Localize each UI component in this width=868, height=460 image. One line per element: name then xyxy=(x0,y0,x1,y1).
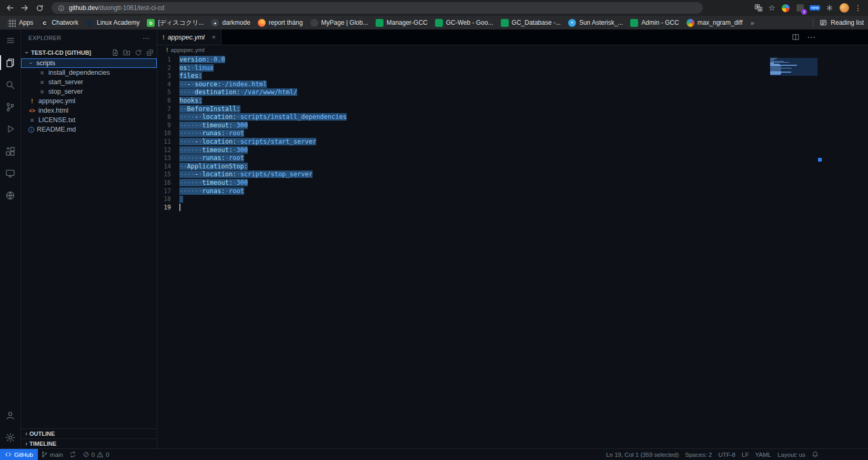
breadcrumb[interactable]: ! appspec.yml xyxy=(157,45,868,55)
remote-explorer-icon[interactable] xyxy=(0,162,21,184)
explorer-section-header[interactable]: › TEST-CI-CD [GITHUB] xyxy=(21,46,157,58)
account-icon[interactable] xyxy=(0,404,21,426)
line-number: 8 xyxy=(157,113,171,122)
search-icon[interactable] xyxy=(0,74,21,96)
bookmark-favicon xyxy=(435,19,443,27)
tree-item-README.md[interactable]: iREADME.md xyxy=(21,125,157,134)
code-line[interactable]: ··ApplicationStop: xyxy=(179,163,347,171)
bookmark-item[interactable]: MyPage | Glob... xyxy=(307,17,372,28)
extensions-icon[interactable] xyxy=(0,140,21,162)
bookmarks-overflow-icon[interactable]: » xyxy=(746,19,758,27)
timeline-panel-header[interactable]: › TIMELINE xyxy=(21,438,157,448)
status-item[interactable]: LF xyxy=(739,449,752,460)
minimap[interactable] xyxy=(770,58,817,77)
remote-indicator[interactable]: GitHub xyxy=(0,449,38,460)
tree-item-appspec.yml[interactable]: !appspec.yml xyxy=(21,96,157,106)
bookmark-item[interactable]: Admin - GCC xyxy=(627,17,682,28)
tab-close-icon[interactable]: × xyxy=(211,33,216,41)
code-line[interactable]: ····destination:·/var/www/html/ xyxy=(179,88,347,97)
run-debug-icon[interactable] xyxy=(0,118,21,140)
address-bar[interactable]: github.dev/duongtt-1061/test-ci-cd xyxy=(52,2,703,14)
translate-icon[interactable] xyxy=(754,3,763,13)
overview-ruler[interactable] xyxy=(817,55,823,448)
status-item[interactable]: Spaces: 2 xyxy=(682,449,715,460)
extension-asterisk-icon[interactable] xyxy=(825,3,834,13)
browser-menu-icon[interactable]: ⋮ xyxy=(854,4,862,12)
code-line[interactable]: ······timeout:·300 xyxy=(179,179,347,187)
bookmark-favicon xyxy=(501,19,509,27)
code-editor[interactable]: 12345678910111213141516171819 version:·0… xyxy=(157,55,868,448)
bookmark-item[interactable]: ▲darkmode xyxy=(207,17,254,28)
sync-button[interactable] xyxy=(66,449,79,460)
collapse-all-icon[interactable] xyxy=(146,49,154,56)
status-item[interactable]: Ln 19, Col 1 (359 selected) xyxy=(603,449,682,460)
code-line[interactable]: version:·0.0 xyxy=(179,56,347,64)
outline-panel-header[interactable]: › OUTLINE xyxy=(21,428,157,438)
settings-gear-icon[interactable] xyxy=(0,426,21,448)
code-line[interactable]: ······timeout:·300 xyxy=(179,146,347,155)
bookmark-item[interactable]: max_ngram_diff xyxy=(683,17,746,28)
github-icon[interactable] xyxy=(0,184,21,206)
bookmark-item[interactable]: Manager-GCC xyxy=(372,17,431,28)
extension-puzzle-icon[interactable]: 3 xyxy=(795,3,805,13)
code-line[interactable]: files: xyxy=(179,72,347,81)
bookmark-item[interactable]: *Sun Asterisk_... xyxy=(564,17,627,28)
editor-more-icon[interactable]: ⋯ xyxy=(807,32,815,42)
bookmark-item[interactable]: GC-Web - Goo... xyxy=(431,17,497,28)
reload-button[interactable] xyxy=(33,1,46,15)
menu-icon[interactable] xyxy=(0,29,21,52)
code-line[interactable]: os:·linux xyxy=(179,64,347,73)
refresh-icon[interactable] xyxy=(135,49,142,56)
tree-item-scripts[interactable]: ›scripts xyxy=(21,58,157,68)
branch-indicator[interactable]: main xyxy=(38,449,66,460)
bookmark-label: Chatwork xyxy=(52,19,78,26)
status-item[interactable]: YAML xyxy=(752,449,774,460)
source-control-icon[interactable] xyxy=(0,96,21,118)
bookmark-item[interactable]: b[ディスコクリ... xyxy=(143,17,207,29)
tree-item-install_dependencies[interactable]: ≡install_dependencies xyxy=(21,68,157,77)
status-item[interactable]: UTF-8 xyxy=(715,449,739,460)
code-line[interactable]: ······timeout:·300 xyxy=(179,122,347,130)
code-line[interactable]: ··-·source:·/index.html xyxy=(179,81,347,89)
reading-list-button[interactable]: Reading list xyxy=(813,18,864,27)
bookmark-item[interactable]: GC_Database -... xyxy=(497,17,564,28)
new-file-icon[interactable] xyxy=(112,49,119,56)
code-line[interactable] xyxy=(179,195,347,204)
code-line[interactable]: ····-·location:·scripts/start_server xyxy=(179,138,347,146)
notifications-bell-icon[interactable] xyxy=(809,451,822,458)
chevron-right-icon: › xyxy=(25,440,27,447)
code-line[interactable]: ··BeforeInstall: xyxy=(179,105,347,114)
explorer-icon[interactable] xyxy=(0,52,21,74)
line-number: 18 xyxy=(157,195,171,204)
extension-pinwheel-icon[interactable] xyxy=(781,3,790,13)
bookmark-item[interactable]: report tháng xyxy=(254,17,307,28)
tree-item-stop_server[interactable]: ≡stop_server xyxy=(21,87,157,96)
tree-item-LICENSE.txt[interactable]: ≡LICENSE.txt xyxy=(21,115,157,125)
code-line[interactable]: ······runas:·root xyxy=(179,187,347,196)
forward-button[interactable] xyxy=(18,1,32,15)
problems-indicator[interactable]: 0 0 xyxy=(79,449,113,460)
code-line[interactable]: hooks: xyxy=(179,97,347,105)
status-item[interactable]: Layout: us xyxy=(774,449,809,460)
tree-item-start_server[interactable]: ≡start_server xyxy=(21,77,157,87)
bookmark-label: darkmode xyxy=(222,19,250,26)
code-line[interactable]: ······runas:·root xyxy=(179,129,347,138)
site-info-icon[interactable] xyxy=(58,5,65,12)
bookmark-item[interactable]: CChatwork xyxy=(37,17,82,28)
bookmark-star-icon[interactable]: ☆ xyxy=(769,3,775,13)
back-button[interactable] xyxy=(3,1,17,15)
bookmark-item[interactable]: Linux Academy xyxy=(82,17,143,28)
bookmark-item[interactable]: Apps xyxy=(4,17,37,28)
code-line[interactable] xyxy=(179,204,347,212)
code-line[interactable]: ····-·location:·scripts/install_dependen… xyxy=(179,113,347,122)
split-editor-icon[interactable] xyxy=(792,33,800,41)
project-name: TEST-CI-CD [GITHUB] xyxy=(31,49,91,56)
new-folder-icon[interactable] xyxy=(123,49,130,56)
extension-new-badge[interactable]: new xyxy=(810,3,820,13)
code-line[interactable]: ······runas:·root xyxy=(179,154,347,163)
explorer-more-icon[interactable]: ⋯ xyxy=(143,34,149,42)
tree-item-index.html[interactable]: <>index.html xyxy=(21,106,157,115)
code-line[interactable]: ····-·location:·scripts/stop_server xyxy=(179,171,347,179)
profile-avatar[interactable] xyxy=(840,3,849,13)
tab-appspec-yml[interactable]: ! appspec.yml × xyxy=(157,29,221,45)
